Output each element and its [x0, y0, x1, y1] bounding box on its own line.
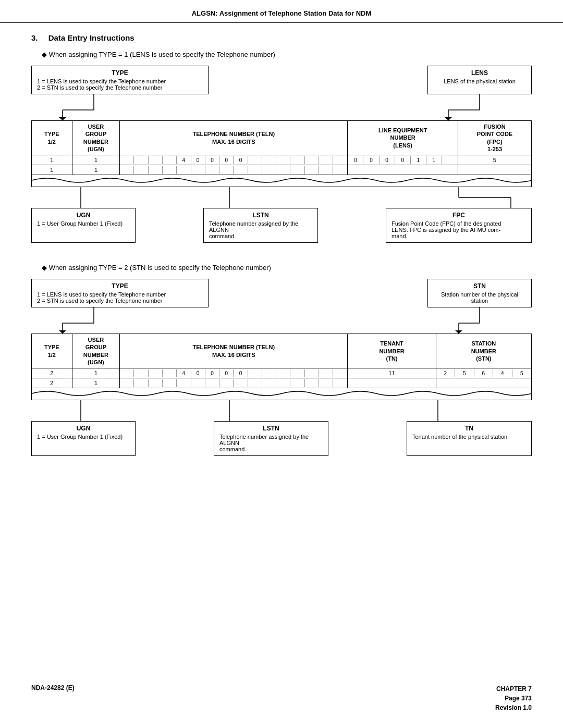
diagram1-type-title: TYPE — [37, 69, 203, 77]
diagram1-annot-arrows — [31, 187, 532, 208]
cell-teln: 4 0 0 0 0 — [120, 155, 348, 165]
cell-ugn: 1 — [72, 155, 120, 165]
cell-tn — [348, 378, 436, 388]
footer-right: CHAPTER 7 Page 373 Revision 1.0 — [495, 684, 532, 712]
diagram2-stn-line: Station number of the physical station — [433, 291, 526, 304]
diagram2: ◆ When assigning TYPE = 2 (STN is used t… — [31, 264, 532, 456]
cell-fpc: 5 — [458, 155, 531, 165]
th-ugn: USERGROUPNUMBER(UGN) — [72, 121, 120, 155]
diagram1-bullet: ◆ When assigning TYPE = 1 (LENS is used … — [42, 51, 532, 58]
diagram1-arrows — [31, 94, 532, 120]
diagram2-type-line2: 2 = STN is used to specify the Telephone… — [37, 298, 203, 304]
diagram1-annot-boxes: UGN 1 = User Group Number 1 (Fixed) LSTN… — [31, 208, 532, 243]
annot-lstn-line2: command. — [209, 233, 312, 239]
cell-ugn: 1 — [72, 165, 120, 175]
table-row: 2 1 4 0 0 0 — [32, 368, 532, 378]
cell-teln — [120, 165, 348, 175]
th-lens: LINE EQUIPMENTNUMBER(LENS) — [348, 121, 458, 155]
diagram1-lens-line: LENS of the physical station — [433, 78, 526, 84]
diagram2-type-box: TYPE 1 = LENS is used to specify the Tel… — [31, 279, 209, 307]
annot2-tn-line: Tenant number of the physical station — [412, 434, 526, 440]
diagram2-wrapper: TYPE 1 = LENS is used to specify the Tel… — [31, 279, 532, 456]
diagram1-type-line2: 2 = STN is used to specify the Telephone… — [37, 84, 203, 91]
annot-fpc-line2: LENS. FPC is assigned by the AFMU com- — [391, 227, 526, 233]
cell-type: 1 — [32, 165, 72, 175]
cell-ugn2: 1 — [72, 378, 120, 388]
diagram2-annot-boxes: UGN 1 = User Group Number 1 (Fixed) LSTN… — [31, 421, 532, 456]
th2-stn: STATIONNUMBER(STN) — [436, 334, 531, 368]
annot-fpc-line3: mand. — [391, 233, 526, 239]
annot-fpc-box: FPC Fusion Point Code (FPC) of the desig… — [386, 208, 532, 243]
diagram1-down-arrows — [31, 187, 532, 208]
footer-revision: Revision 1.0 — [495, 703, 532, 712]
wavy-line-svg — [32, 175, 531, 186]
diagram1-field-table: TYPE1/2 USERGROUPNUMBER(UGN) TELEPHONE N… — [31, 120, 532, 187]
annot-fpc-title: FPC — [391, 212, 526, 219]
diagram2-annot-arrows — [31, 400, 532, 421]
wavy-separator-row — [32, 175, 532, 187]
th2-tn: TENANTNUMBER(TN) — [348, 334, 436, 368]
footer-doc-number: NDA-24282 (E) — [31, 684, 75, 692]
diagram2-stn-title: STN — [433, 282, 526, 290]
annot-fpc-line1: Fusion Point Code (FPC) of the designate… — [391, 220, 526, 227]
diagram2-type-line1: 1 = LENS is used to specify the Telephon… — [37, 291, 203, 298]
diagram2-bullet: ◆ When assigning TYPE = 2 (STN is used t… — [42, 264, 532, 272]
annot2-lstn-line1: Telephone number assigned by the ALGNN — [219, 434, 323, 446]
th2-type: TYPE1/2 — [32, 334, 72, 368]
section-text: Data Entry Instructions — [48, 33, 134, 42]
annot2-lstn-line2: command. — [219, 446, 323, 452]
annot-lstn-title: LSTN — [209, 212, 312, 219]
diagram1-arrow-svg — [31, 94, 532, 120]
annot-ugn-title: UGN — [37, 212, 130, 219]
diagram2-field-table: TYPE1/2 USERGROUPNUMBER(UGN) TELEPHONE N… — [31, 334, 532, 400]
table-row: 1 1 4 0 0 0 — [32, 155, 532, 165]
th2-ugn: USERGROUPNUMBER(UGN) — [72, 334, 120, 368]
cell-lens: 0 0 0 0 1 1 — [348, 155, 458, 165]
diagram1-type-box: TYPE 1 = LENS is used to specify the Tel… — [31, 66, 209, 94]
footer-chapter: CHAPTER 7 — [495, 684, 532, 694]
cell-stn: 2 5 6 4 5 — [436, 368, 531, 378]
diagram1-type-line1: 1 = LENS is used to specify the Telephon… — [37, 78, 203, 84]
cell-teln2: 4 0 0 0 0 — [120, 368, 348, 378]
diagram1-lens-box: LENS LENS of the physical station — [427, 66, 532, 94]
annot2-tn-box: TN Tenant number of the physical station — [407, 421, 532, 456]
annot-lstn-box: LSTN Telephone number assigned by the AL… — [203, 208, 318, 243]
cell-stn — [436, 378, 531, 388]
diagram2-arrow-svg — [31, 307, 532, 334]
th-type: TYPE1/2 — [32, 121, 72, 155]
cell-ugn2: 1 — [72, 368, 120, 378]
footer-page: Page 373 — [495, 694, 532, 703]
cell-type2: 2 — [32, 368, 72, 378]
cell-tn: 11 — [348, 368, 436, 378]
table-row: 2 1 — [32, 378, 532, 388]
cell-lens — [348, 165, 458, 175]
diagram2-arrows — [31, 307, 532, 334]
annot-ugn-line: 1 = User Group Number 1 (Fixed) — [37, 220, 130, 227]
table-row: 1 1 — [32, 165, 532, 175]
cell-type2: 2 — [32, 378, 72, 388]
page-footer: NDA-24282 (E) CHAPTER 7 Page 373 Revisio… — [0, 684, 563, 712]
annot2-lstn-box: LSTN Telephone number assigned by the AL… — [214, 421, 328, 456]
annot2-ugn-title: UGN — [37, 425, 130, 432]
annot-ugn-box: UGN 1 = User Group Number 1 (Fixed) — [31, 208, 136, 243]
svg-marker-20 — [455, 330, 462, 334]
page-header: ALGSN: Assignment of Telephone Station D… — [0, 0, 563, 23]
footer-left: NDA-24282 (E) — [31, 684, 75, 712]
diagram2-down-arrows — [31, 400, 532, 421]
diagram1-wrapper: TYPE 1 = LENS is used to specify the Tel… — [31, 66, 532, 243]
cell-teln2 — [120, 378, 348, 388]
wavy-separator-row2 — [32, 388, 532, 400]
th-teln: TELEPHONE NUMBER (TELN)MAX. 16 DIGITS — [120, 121, 348, 155]
diagram2-type-title: TYPE — [37, 282, 203, 290]
section-number: 3. — [31, 33, 38, 42]
diagram2-stn-box: STN Station number of the physical stati… — [427, 279, 532, 307]
diagram1: ◆ When assigning TYPE = 1 (LENS is used … — [31, 51, 532, 243]
annot2-ugn-line: 1 = User Group Number 1 (Fixed) — [37, 434, 130, 440]
diagram1-lens-title: LENS — [433, 69, 526, 77]
annot2-tn-title: TN — [412, 425, 526, 432]
annot2-ugn-box: UGN 1 = User Group Number 1 (Fixed) — [31, 421, 136, 456]
section-title: 3. Data Entry Instructions — [31, 33, 532, 42]
annot2-lstn-title: LSTN — [219, 425, 323, 432]
cell-fpc — [458, 165, 531, 175]
annot-lstn-line1: Telephone number assigned by the ALGNN — [209, 220, 312, 233]
